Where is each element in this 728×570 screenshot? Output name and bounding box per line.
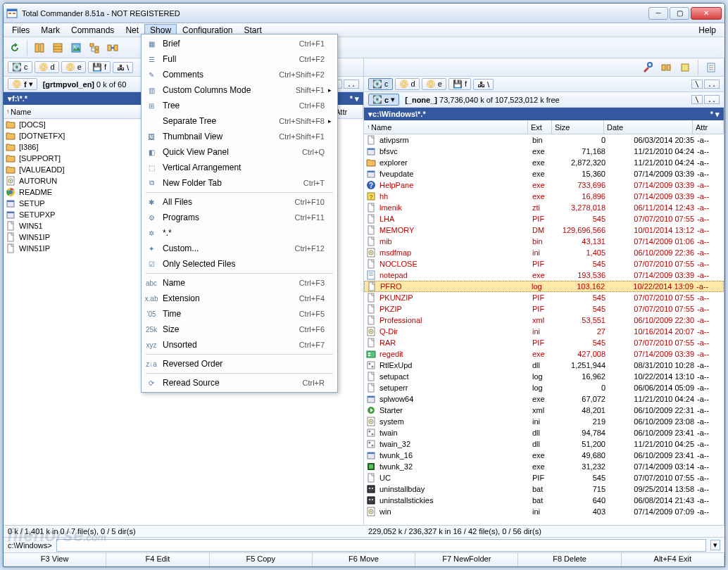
fkey-button[interactable]: F4 Edit	[106, 553, 209, 566]
menu-item-separate-tree[interactable]: Separate TreeCtrl+Shift+F8▸	[143, 113, 336, 129]
minimize-button[interactable]: ─	[648, 7, 668, 20]
drive-c-button[interactable]: 💽 c	[368, 78, 393, 90]
file-row[interactable]: RtlExUpddll1,251,94408/31/2010 10:28-a--	[364, 360, 724, 371]
menu-item-only-selected-files[interactable]: ☑Only Selected Files	[143, 256, 336, 272]
file-row[interactable]: uninstallstickiesbat64006/08/2014 21:43-…	[364, 495, 724, 506]
file-row[interactable]: twunk_32exe31,23207/14/2009 03:14-a--	[364, 461, 724, 472]
view-tree-icon[interactable]	[86, 39, 103, 56]
right-up-button-2[interactable]: ..	[704, 95, 720, 104]
fkey-button[interactable]: F8 Delete	[518, 553, 621, 566]
tool-icon-2[interactable]	[658, 59, 674, 76]
file-row[interactable]: RARPIF54507/07/2010 07:55-a--	[364, 337, 724, 348]
swap-panels-icon[interactable]	[104, 39, 121, 56]
menu-item-all-files[interactable]: ✱All FilesCtrl+F10	[143, 194, 336, 210]
file-row[interactable]: bfsvcexe71,16811/21/2010 04:24-a--	[364, 146, 724, 157]
menu-help[interactable]: Help	[693, 24, 722, 37]
file-row[interactable]: ?HelpPaneexe733,69607/14/2009 03:39-a--	[364, 179, 724, 191]
menu-mark[interactable]: Mark	[35, 24, 65, 37]
maximize-button[interactable]: ▢	[670, 7, 689, 20]
file-row[interactable]: MEMORYDM129,696,56610/01/2014 13:12-a--	[364, 224, 724, 236]
left-up-button[interactable]: ..	[344, 80, 359, 89]
file-row[interactable]: mibbin43,13107/14/2009 01:06-a--	[364, 236, 724, 247]
menu-item-quick-view-panel[interactable]: ◧Quick View PanelCtrl+Q	[143, 144, 336, 160]
file-row[interactable]: ativpsrmbin006/03/2014 20:35-a--	[364, 134, 724, 146]
drive-d-button[interactable]: 📀 d	[34, 61, 59, 73]
menu-item-full[interactable]: ☰FullCtrl+F2	[143, 51, 336, 67]
menu-item-extension[interactable]: x.abExtensionCtrl+F4	[143, 291, 336, 306]
fkey-button[interactable]: F3 View	[4, 553, 106, 566]
file-row[interactable]: regeditexe427,00807/14/2009 03:39-a--	[364, 348, 724, 360]
file-row[interactable]: notepadexe193,53607/14/2009 03:39-a--	[364, 270, 724, 281]
file-row[interactable]: Q-Dirini2710/16/2014 20:07-a--	[364, 326, 724, 337]
view-thumb-icon[interactable]	[68, 39, 84, 56]
menu-item-size[interactable]: 25kSizeCtrl+F6	[143, 322, 336, 337]
file-row[interactable]: explorerexe2,872,32011/21/2010 04:24-a--	[364, 157, 724, 168]
drive-c-button[interactable]: 💽 c	[8, 61, 32, 73]
fkey-button[interactable]: Alt+F4 Exit	[622, 553, 724, 566]
file-row[interactable]: systemini21906/10/2009 23:08-a--	[364, 416, 724, 427]
menu-item-brief[interactable]: ▦BriefCtrl+F1	[143, 36, 336, 51]
file-row[interactable]: uninstallbdaybat71509/25/2014 13:58-a--	[364, 483, 724, 495]
menu-item-custom-columns-mode[interactable]: ▥Custom Columns ModeShift+F1▸	[143, 82, 336, 98]
notepad-icon[interactable]	[703, 59, 720, 76]
right-drive-button[interactable]: 💽 c ▾	[368, 94, 399, 106]
close-button[interactable]: ✕	[691, 7, 722, 20]
menu-item-reversed-order[interactable]: z↓aReversed Order	[143, 356, 336, 372]
file-row[interactable]: lmenikzti3,278,01806/11/2014 12:43-a--	[364, 202, 724, 213]
tool-icon[interactable]	[639, 59, 655, 76]
menu-item-custom-[interactable]: ✦Custom...Ctrl+F12	[143, 241, 336, 256]
file-row[interactable]: PFROlog103,16210/22/2014 13:09-a--	[364, 281, 724, 292]
file-row[interactable]: splwow64exe67,07211/21/2010 04:24-a--	[364, 393, 724, 405]
file-row[interactable]: PKUNZIPPIF54507/07/2010 07:55-a--	[364, 292, 724, 303]
cmd-input[interactable]	[56, 539, 706, 552]
drive-f-button[interactable]: 💾 f	[88, 61, 111, 73]
file-row[interactable]: ?hhexe16,89607/14/2009 03:39-a--	[364, 191, 724, 202]
file-row[interactable]: twaindll94,78406/10/2009 23:41-a--	[364, 427, 724, 438]
right-up-button[interactable]: ..	[704, 80, 720, 89]
file-row[interactable]: msdfmapini1,40506/10/2009 22:36-a--	[364, 247, 724, 258]
drive-e-button[interactable]: 📀 e	[61, 61, 86, 73]
menu-commands[interactable]: Commands	[65, 24, 120, 37]
menu-item-new-folder-tab[interactable]: ⧉New Folder TabCtrl+T	[143, 175, 336, 191]
fkey-button[interactable]: F6 Move	[313, 553, 415, 566]
file-row[interactable]: twain_32dll51,20011/21/2010 04:25-a--	[364, 438, 724, 450]
left-drive-button[interactable]: 📀 f ▾	[8, 78, 37, 90]
file-row[interactable]: PKZIPPIF54507/07/2010 07:55-a--	[364, 303, 724, 315]
cmd-dropdown-icon[interactable]: ▾	[710, 540, 720, 550]
menu-files[interactable]: Files	[6, 24, 35, 37]
right-list-header[interactable]: ↑Name Ext Size Date Attr	[364, 120, 724, 134]
file-row[interactable]: Professionalxml53,55106/10/2009 22:30-a-…	[364, 315, 724, 326]
menu-item-reread-source[interactable]: ⟳Reread SourceCtrl+R	[143, 375, 336, 391]
menu-item-vertical-arrangement[interactable]: ⬚Vertical Arrangement	[143, 160, 336, 175]
menu-item--[interactable]: ✲*.*	[143, 225, 336, 241]
right-root-button[interactable]: \	[691, 80, 703, 89]
tool-icon-3[interactable]	[677, 59, 694, 76]
file-row[interactable]: winini40307/14/2009 07:09-a--	[364, 506, 724, 517]
right-root-button-2[interactable]: \	[691, 95, 703, 104]
menu-item-programs[interactable]: ⚙ProgramsCtrl+F11	[143, 210, 336, 225]
menu-item-time[interactable]: '05TimeCtrl+F5	[143, 306, 336, 322]
menu-item-tree[interactable]: ⊞TreeCtrl+F8	[143, 98, 336, 113]
right-file-list[interactable]: ativpsrmbin006/03/2014 20:35-a--bfsvcexe…	[364, 134, 724, 525]
file-row[interactable]: LHAPIF54507/07/2010 07:55-a--	[364, 213, 724, 224]
view-full-icon[interactable]	[49, 39, 66, 56]
network-button[interactable]: 🖧 \	[113, 62, 133, 73]
file-row[interactable]: fveupdateexe15,36007/14/2009 03:39-a--	[364, 168, 724, 179]
menu-item-comments[interactable]: ✎CommentsCtrl+Shift+F2	[143, 67, 336, 82]
fkey-button[interactable]: F5 Copy	[210, 553, 313, 566]
menu-item-unsorted[interactable]: xyzUnsortedCtrl+F7	[143, 337, 336, 353]
refresh-icon[interactable]	[6, 39, 23, 56]
view-brief-icon[interactable]	[31, 39, 48, 56]
network-button[interactable]: 🖧 \	[473, 79, 494, 90]
drive-e-button[interactable]: 📀 e	[422, 78, 446, 90]
drive-f-button[interactable]: 💾 f	[448, 78, 471, 90]
drive-d-button[interactable]: 📀 d	[395, 78, 420, 90]
file-row[interactable]: Starterxml48,20106/10/2009 22:31-a--	[364, 405, 724, 416]
file-row[interactable]: setupactlog16,96210/22/2014 13:10-a--	[364, 371, 724, 382]
fkey-button[interactable]: F7 NewFolder	[415, 553, 518, 566]
menu-item-thumbnail-view[interactable]: 🖼Thumbnail ViewCtrl+Shift+F1	[143, 129, 336, 144]
file-row[interactable]: UCPIF54507/07/2010 07:55-a--	[364, 472, 724, 483]
file-row[interactable]: NOCLOSEPIF54507/07/2010 07:55-a--	[364, 258, 724, 270]
menu-item-name[interactable]: abcNameCtrl+F3	[143, 275, 336, 291]
file-row[interactable]: setuperrlog006/06/2014 05:09-a--	[364, 382, 724, 393]
